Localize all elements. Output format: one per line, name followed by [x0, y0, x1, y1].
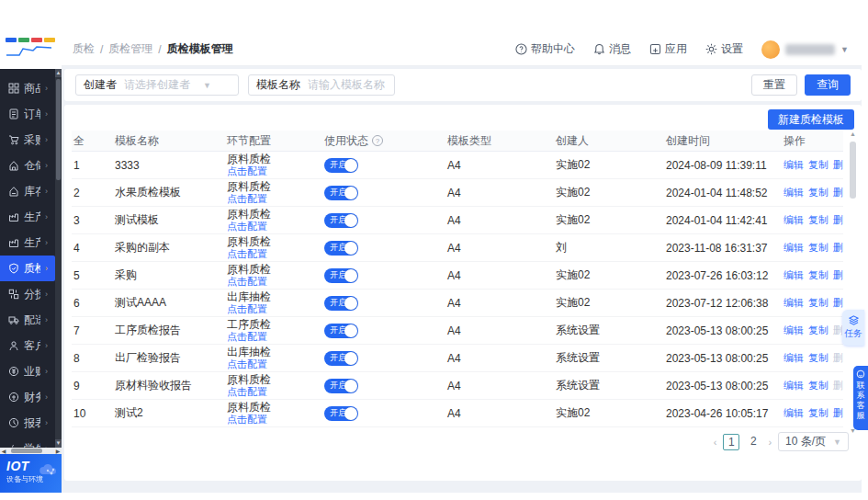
support-floating-tab[interactable]: 联系客服	[853, 366, 868, 430]
edit-link[interactable]: 编辑	[783, 268, 804, 282]
search-button[interactable]: 查询	[805, 74, 851, 96]
scrollbar-thumb[interactable]	[56, 79, 61, 180]
edit-link[interactable]: 编辑	[783, 324, 804, 337]
configure-link[interactable]: 点击配置	[227, 221, 267, 233]
template-name-input[interactable]: 模板名称 请输入模板名称	[248, 74, 395, 96]
copy-link[interactable]: 复制	[808, 406, 829, 420]
status-toggle[interactable]: 开启	[324, 213, 358, 228]
page-size-select[interactable]: 10 条/页 ▼	[778, 432, 849, 451]
reset-button[interactable]: 重置	[751, 74, 797, 96]
sidebar-item-procurement[interactable]: 采购›	[0, 127, 55, 153]
status-toggle[interactable]: 开启	[324, 158, 358, 173]
scrollbar-thumb[interactable]	[11, 449, 42, 453]
configure-link[interactable]: 点击配置	[227, 414, 267, 426]
copy-link[interactable]: 复制	[808, 268, 829, 282]
new-template-button[interactable]: 新建质检模板	[768, 109, 854, 130]
status-toggle[interactable]: 开启	[324, 241, 358, 256]
sidebar-item-orders[interactable]: 订单›	[0, 101, 55, 127]
sidebar-item-goods[interactable]: 商品›	[0, 75, 55, 101]
sidebar-item-production[interactable]: 生产›	[0, 230, 55, 256]
next-page-icon[interactable]: ›	[768, 437, 772, 448]
configure-link[interactable]: 点击配置	[227, 165, 267, 177]
messages-button[interactable]: 消息	[593, 41, 631, 57]
configure-link[interactable]: 点击配置	[227, 358, 267, 370]
edit-link[interactable]: 编辑	[783, 406, 804, 420]
copy-link[interactable]: 复制	[808, 351, 829, 365]
copy-link[interactable]: 复制	[808, 213, 829, 227]
configure-link[interactable]: 点击配置	[227, 303, 267, 315]
scrollbar-thumb[interactable]	[850, 142, 856, 199]
delete-link[interactable]: 删除	[833, 158, 843, 172]
copy-link[interactable]: 复制	[808, 186, 829, 199]
delete-link[interactable]: 删除	[833, 186, 843, 199]
edit-link[interactable]: 编辑	[783, 351, 804, 365]
edit-link[interactable]: 编辑	[783, 213, 804, 227]
scroll-up-icon[interactable]: ▲	[849, 131, 857, 137]
sidebar-vertical-scrollbar[interactable]: ▲ ▼	[55, 69, 62, 448]
status-toggle[interactable]: 开启	[324, 186, 358, 200]
sidebar-item-production[interactable]: 生产›	[0, 204, 55, 230]
scroll-left-icon[interactable]: ◀	[0, 448, 7, 454]
status-toggle[interactable]: 开启	[324, 296, 358, 311]
finance-icon	[8, 392, 19, 403]
delete-link[interactable]: 删除	[833, 213, 843, 227]
status-toggle[interactable]: 开启	[324, 351, 358, 366]
edit-link[interactable]: 编辑	[783, 186, 804, 199]
status-toggle[interactable]: 开启	[324, 406, 358, 421]
delete-link[interactable]: 删除	[833, 296, 843, 310]
sidebar-item-meal[interactable]: 学生餐›	[0, 436, 55, 448]
status-cell: 开启	[322, 405, 445, 421]
copy-link[interactable]: 复制	[808, 324, 829, 337]
edit-link[interactable]: 编辑	[783, 379, 804, 392]
scroll-right-icon[interactable]: ▶	[54, 448, 62, 454]
delete-link[interactable]: 删除	[833, 268, 843, 282]
configure-link[interactable]: 点击配置	[227, 248, 267, 260]
scroll-up-icon[interactable]: ▲	[55, 69, 62, 77]
delete-link[interactable]: 删除	[833, 241, 843, 255]
status-toggle[interactable]: 开启	[324, 379, 358, 393]
configure-link[interactable]: 点击配置	[227, 193, 267, 205]
iot-footer-banner[interactable]: IOT 设备与环境	[0, 454, 62, 493]
scroll-down-icon[interactable]: ▼	[55, 439, 62, 448]
prev-page-icon[interactable]: ‹	[714, 437, 717, 448]
template-type: A4	[445, 352, 554, 365]
apps-button[interactable]: 应用	[649, 41, 687, 57]
status-toggle[interactable]: 开启	[324, 268, 358, 283]
sidebar-item-inventory[interactable]: 库存›	[0, 178, 55, 204]
status-toggle[interactable]: 开启	[324, 324, 358, 338]
sidebar-item-report[interactable]: 报表›	[0, 410, 55, 436]
copy-link[interactable]: 复制	[808, 241, 829, 255]
edit-link[interactable]: 编辑	[783, 158, 804, 172]
configure-link[interactable]: 点击配置	[227, 386, 267, 398]
settings-button[interactable]: 设置	[705, 41, 743, 57]
sidebar-horizontal-scrollbar[interactable]: ◀ ▶	[0, 448, 62, 454]
breadcrumb-item[interactable]: 质检	[73, 41, 95, 57]
sidebar-item-customer[interactable]: 客户›	[0, 333, 55, 358]
copy-link[interactable]: 复制	[808, 158, 829, 172]
user-menu[interactable]: ▼	[761, 40, 849, 59]
page-number-current[interactable]: 1	[723, 434, 739, 450]
row-seq: 4	[72, 242, 113, 255]
question-circle-icon[interactable]: ?	[372, 135, 383, 146]
edit-link[interactable]: 编辑	[783, 241, 804, 255]
sidebar-item-delivery[interactable]: 配送›	[0, 307, 55, 333]
layers-icon	[849, 315, 859, 325]
edit-link[interactable]: 编辑	[783, 296, 804, 310]
task-floating-tab[interactable]: 任务	[842, 310, 864, 346]
sidebar-item-finance[interactable]: 财务›	[0, 384, 55, 410]
sidebar-item-biz-finance[interactable]: 业财›	[0, 358, 55, 384]
help-center-button[interactable]: 帮助中心	[515, 41, 575, 57]
copy-link[interactable]: 复制	[808, 296, 829, 310]
settings-label: 设置	[721, 41, 743, 57]
sidebar-item-warehouse[interactable]: 仓储›	[0, 153, 55, 178]
page-number[interactable]: 2	[745, 434, 761, 450]
creator-select[interactable]: 创建者 请选择创建者 ▼	[75, 74, 239, 96]
support-tab-label: 联系客服	[857, 381, 865, 421]
breadcrumb-item[interactable]: 质检管理	[108, 41, 152, 57]
sidebar-item-sorting[interactable]: 分拣›	[0, 281, 55, 307]
sidebar-item-qc[interactable]: 质检›	[0, 256, 55, 281]
configure-link[interactable]: 点击配置	[227, 276, 267, 288]
copy-link[interactable]: 复制	[808, 379, 829, 392]
delete-link[interactable]: 删除	[833, 406, 843, 420]
configure-link[interactable]: 点击配置	[227, 331, 267, 343]
